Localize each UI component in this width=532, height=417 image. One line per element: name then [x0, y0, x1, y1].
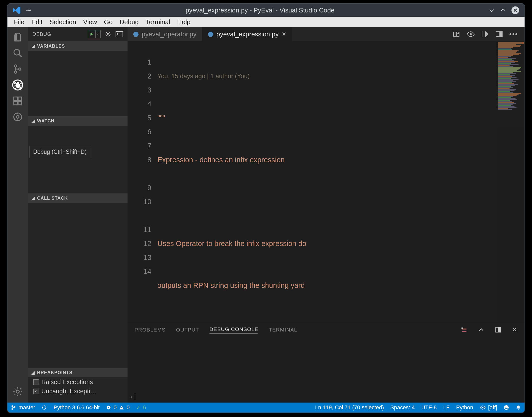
- panel-tab-debug-console[interactable]: DEBUG CONSOLE: [209, 326, 258, 334]
- status-language[interactable]: Python: [456, 404, 473, 411]
- svg-point-7: [17, 82, 19, 84]
- compare-changes-icon[interactable]: [453, 30, 460, 38]
- warning-count: 0: [127, 404, 130, 411]
- play-icon[interactable]: [88, 30, 96, 38]
- explorer-icon[interactable]: [12, 31, 24, 43]
- gitlens-icon[interactable]: [12, 111, 24, 123]
- settings-gear-icon[interactable]: [12, 386, 24, 398]
- split-editor-icon[interactable]: [495, 30, 503, 38]
- window-maximize-icon[interactable]: [500, 7, 507, 14]
- window-title: pyeval_expression.py - PyEval - Visual S…: [32, 6, 488, 14]
- pin-icon[interactable]: [26, 7, 32, 13]
- tab-pyeval-expression[interactable]: ⬣ pyeval_expression.py ✕: [202, 27, 292, 41]
- breakpoints-label: BREAKPOINTS: [37, 370, 72, 375]
- status-cursor-position[interactable]: Ln 119, Col 71 (70 selected): [315, 404, 384, 411]
- checkbox-checked-icon[interactable]: ✓: [33, 389, 39, 394]
- breakpoint-uncaught-exceptions[interactable]: ✓ Uncaught Excepti…: [28, 387, 128, 396]
- close-tab-icon[interactable]: ✕: [282, 31, 286, 37]
- status-coverage[interactable]: [off]: [480, 404, 497, 411]
- status-git-branch[interactable]: master: [11, 404, 35, 411]
- window-close-icon[interactable]: [511, 6, 520, 14]
- variables-section: ◢ VARIABLES: [28, 41, 128, 116]
- breakpoint-label: Uncaught Excepti…: [41, 388, 96, 395]
- panel-collapse-icon[interactable]: [478, 327, 484, 333]
- menu-debug[interactable]: Debug: [116, 17, 142, 27]
- status-python-interpreter[interactable]: Python 3.6.6 64-bit: [54, 404, 100, 411]
- watch-label: WATCH: [37, 118, 55, 124]
- svg-rect-8: [14, 97, 17, 100]
- extensions-icon[interactable]: [12, 95, 24, 107]
- menu-edit[interactable]: Edit: [28, 17, 46, 27]
- search-icon[interactable]: [12, 47, 24, 59]
- tab-label: pyeval_expression.py: [216, 30, 279, 38]
- chevron-down-icon: ◢: [31, 370, 35, 375]
- svg-point-3: [14, 71, 17, 73]
- panel-maximize-icon[interactable]: [495, 327, 501, 333]
- panel-tabs: PROBLEMS OUTPUT DEBUG CONSOLE TERMINAL ✕: [128, 323, 525, 336]
- error-count: 0: [114, 404, 117, 411]
- menu-view[interactable]: View: [80, 17, 101, 27]
- text-cursor: [135, 393, 135, 401]
- menubar: File Edit Selection View Go Debug Termin…: [7, 17, 525, 27]
- menu-file[interactable]: File: [10, 17, 28, 27]
- status-encoding[interactable]: UTF-8: [421, 404, 437, 411]
- clear-console-icon[interactable]: [461, 327, 467, 333]
- code-content[interactable]: You, 15 days ago | 1 author (You) """ Ex…: [157, 41, 525, 323]
- code-lens[interactable]: You, 15 days ago | 1 author (You): [157, 69, 525, 83]
- vscode-window: pyeval_expression.py - PyEval - Visual S…: [7, 4, 525, 413]
- debug-config-dropdown[interactable]: ▾: [96, 30, 101, 38]
- panel-close-icon[interactable]: ✕: [512, 326, 518, 334]
- breakpoint-raised-exceptions[interactable]: Raised Exceptions: [28, 377, 128, 387]
- prompt-icon: ›: [130, 393, 132, 401]
- callstack-header[interactable]: ◢ CALL STACK: [28, 193, 128, 203]
- bottom-panel: PROBLEMS OUTPUT DEBUG CONSOLE TERMINAL ✕…: [128, 323, 525, 403]
- status-problems[interactable]: 0 0: [106, 404, 130, 411]
- more-actions-icon[interactable]: •••: [509, 30, 518, 38]
- svg-point-14: [16, 390, 19, 393]
- panel-tab-output[interactable]: OUTPUT: [176, 327, 199, 333]
- svg-point-30: [504, 405, 509, 410]
- debug-console-body[interactable]: ›: [128, 336, 525, 403]
- status-eol[interactable]: LF: [443, 404, 450, 411]
- editor-area: ⬣ pyeval_operator.py ⬣ pyeval_expression…: [128, 27, 525, 403]
- svg-point-32: [507, 407, 508, 408]
- line-numbers: 123 456 78 910 111213 14: [128, 41, 157, 323]
- panel-tab-problems[interactable]: PROBLEMS: [134, 327, 166, 333]
- panel-tab-terminal[interactable]: TERMINAL: [269, 327, 297, 333]
- activity-bar: [7, 27, 28, 403]
- minimap[interactable]: [497, 41, 525, 323]
- debug-settings-gear-icon[interactable]: [105, 31, 112, 38]
- code-editor[interactable]: 123 456 78 910 111213 14 You, 15 days ag…: [128, 41, 525, 323]
- gitlens-toggle-icon[interactable]: [466, 31, 475, 37]
- checkbox-unchecked-icon[interactable]: [33, 379, 39, 385]
- open-changes-icon[interactable]: [481, 30, 489, 38]
- debug-console-icon[interactable]: [116, 31, 123, 37]
- tab-label: pyeval_operator.py: [142, 30, 197, 38]
- tab-pyeval-operator[interactable]: ⬣ pyeval_operator.py: [128, 27, 202, 41]
- status-feedback-icon[interactable]: [504, 405, 509, 410]
- watch-header[interactable]: ◢ WATCH: [28, 116, 128, 126]
- chevron-down-icon: ◢: [31, 118, 35, 124]
- status-indentation[interactable]: Spaces: 4: [390, 404, 415, 411]
- menu-terminal[interactable]: Terminal: [142, 17, 174, 27]
- status-notifications-icon[interactable]: [516, 405, 521, 410]
- menu-go[interactable]: Go: [101, 17, 116, 27]
- svg-point-20: [470, 33, 472, 35]
- menu-help[interactable]: Help: [174, 17, 194, 27]
- svg-rect-22: [499, 32, 502, 36]
- svg-rect-11: [18, 97, 22, 100]
- debug-console-input[interactable]: ›: [130, 393, 135, 401]
- status-sync-icon[interactable]: [42, 405, 47, 410]
- breakpoints-header[interactable]: ◢ BREAKPOINTS: [28, 368, 128, 377]
- window-minimize-icon[interactable]: [488, 7, 495, 14]
- svg-rect-10: [18, 101, 22, 105]
- start-debugging[interactable]: ▾: [88, 30, 101, 38]
- source-control-icon[interactable]: [12, 63, 24, 75]
- status-tests[interactable]: ✓ 6: [136, 404, 146, 411]
- variables-header[interactable]: ◢ VARIABLES: [28, 41, 128, 51]
- menu-selection[interactable]: Selection: [46, 17, 80, 27]
- debug-icon[interactable]: [12, 79, 24, 91]
- callstack-label: CALL STACK: [37, 196, 68, 201]
- debug-sidebar-header: DEBUG ▾: [28, 27, 128, 41]
- svg-rect-16: [116, 31, 123, 37]
